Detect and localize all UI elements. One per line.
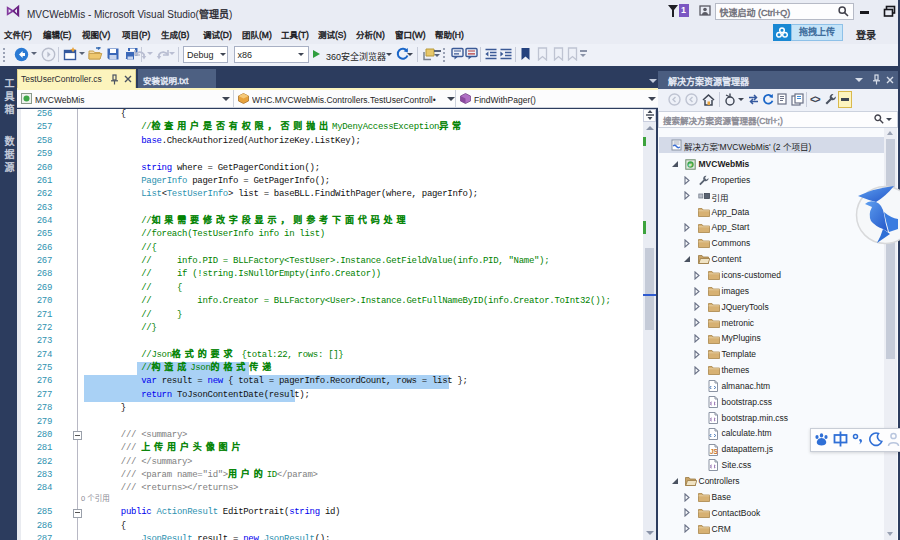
svg-text:JS: JS (710, 447, 718, 454)
